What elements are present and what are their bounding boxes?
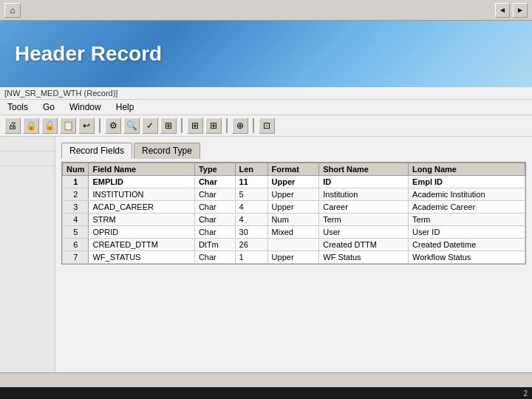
- table-row[interactable]: 4STRMChar4NumTermTerm: [63, 214, 525, 226]
- sidebar-item-2: [0, 151, 55, 166]
- content-area: Record Fields Record Type Num Field Name…: [0, 137, 532, 372]
- home-button[interactable]: ⌂: [4, 3, 21, 18]
- cell-1-5: Institution: [319, 188, 409, 201]
- cell-4-4: Mixed: [267, 226, 319, 239]
- cell-0-4: Upper: [267, 176, 319, 188]
- tab-record-fields[interactable]: Record Fields: [61, 143, 132, 159]
- toolbar-separator-4: [253, 118, 254, 133]
- cell-3-6: Term: [409, 214, 525, 226]
- cell-4-2: Char: [194, 226, 235, 239]
- cell-6-5: WF Status: [319, 251, 409, 264]
- menu-window[interactable]: Window: [66, 101, 104, 113]
- cell-6-3: 1: [235, 251, 267, 264]
- toolbar-btn-10[interactable]: ⊞: [187, 117, 203, 134]
- toolbar-btn-7[interactable]: 🔍: [123, 117, 140, 134]
- col-field-name: Field Name: [89, 163, 194, 176]
- title-bar-left: ⌂: [4, 3, 21, 18]
- cell-5-4: [267, 239, 319, 251]
- cell-5-0: 6: [63, 239, 89, 251]
- cell-1-6: Academic Institution: [409, 188, 525, 201]
- cell-6-1: WF_STATUS: [89, 251, 194, 264]
- cell-2-3: 4: [235, 201, 267, 214]
- table-row[interactable]: 2INSTITUTIONChar5UpperInstitutionAcademi…: [63, 188, 525, 201]
- header-banner: Header Record: [0, 21, 532, 87]
- prev-button[interactable]: ◄: [495, 3, 510, 18]
- col-num: Num: [63, 163, 89, 176]
- cell-4-6: User ID: [409, 226, 525, 239]
- cell-2-1: ACAD_CAREER: [89, 201, 194, 214]
- table-container: Num Field Name Type Len Format Short Nam…: [61, 162, 526, 265]
- menu-help[interactable]: Help: [113, 101, 137, 113]
- cell-6-2: Char: [194, 251, 235, 264]
- table-row[interactable]: 7WF_STATUSChar1UpperWF StatusWorkflow St…: [63, 251, 525, 264]
- toolbar-btn-6[interactable]: ⚙: [105, 117, 121, 134]
- cell-4-3: 30: [235, 226, 267, 239]
- table-row[interactable]: 5OPRIDChar30MixedUserUser ID: [63, 226, 525, 239]
- main-content: Record Fields Record Type Num Field Name…: [55, 137, 532, 372]
- cell-4-1: OPRID: [89, 226, 194, 239]
- toolbar-separator-3: [226, 118, 228, 133]
- cell-0-2: Char: [194, 176, 235, 188]
- cell-3-5: Term: [319, 214, 409, 226]
- menu-bar: Tools Go Window Help: [0, 100, 532, 115]
- cell-0-0: 1: [63, 176, 89, 188]
- cell-5-2: DtTm: [194, 239, 235, 251]
- menu-go[interactable]: Go: [40, 101, 58, 113]
- cell-1-4: Upper: [267, 188, 319, 201]
- toolbar-btn-5[interactable]: ↩: [78, 117, 95, 134]
- toolbar-separator-2: [181, 118, 183, 133]
- cell-2-6: Academic Career: [409, 201, 525, 214]
- cell-1-0: 2: [63, 188, 89, 201]
- toolbar-btn-4[interactable]: 📋: [60, 117, 76, 134]
- col-format: Format: [267, 163, 319, 176]
- cell-5-5: Created DTTM: [319, 239, 409, 251]
- toolbar-btn-3[interactable]: 🔓: [41, 117, 58, 134]
- cell-3-0: 4: [63, 214, 89, 226]
- cell-1-1: INSTITUTION: [89, 188, 194, 201]
- tab-bar: Record Fields Record Type: [61, 143, 526, 159]
- toolbar-btn-8[interactable]: ✓: [142, 117, 158, 134]
- table-row[interactable]: 6CREATED_DTTMDtTm26Created DTTMCreated D…: [63, 239, 525, 251]
- cell-5-6: Created Datetime: [409, 239, 525, 251]
- table-row[interactable]: 1EMPLIDChar11UpperIDEmpl ID: [63, 176, 525, 188]
- cell-2-4: Upper: [267, 201, 319, 214]
- cell-0-5: ID: [319, 176, 409, 188]
- cell-4-5: User: [319, 226, 409, 239]
- bottom-bar: 2: [0, 387, 532, 399]
- col-len: Len: [235, 163, 267, 176]
- cell-0-1: EMPLID: [89, 176, 194, 188]
- cell-3-3: 4: [235, 214, 267, 226]
- toolbar-btn-1[interactable]: 🖨: [4, 117, 21, 134]
- cell-2-0: 3: [63, 201, 89, 214]
- record-fields-table: Num Field Name Type Len Format Short Nam…: [62, 163, 525, 264]
- cell-3-2: Char: [194, 214, 235, 226]
- left-sidebar: [0, 137, 55, 372]
- cell-2-5: Career: [319, 201, 409, 214]
- title-bar: ⌂ ◄ ►: [0, 0, 532, 21]
- cell-4-0: 5: [63, 226, 89, 239]
- col-type: Type: [194, 163, 235, 176]
- cell-5-1: CREATED_DTTM: [89, 239, 194, 251]
- toolbar: 🖨 🔒 🔓 📋 ↩ ⚙ 🔍 ✓ ⊞ ⊞ ⊞ ⊕ ⊡: [0, 115, 532, 137]
- page-title: Header Record: [15, 42, 162, 66]
- table-row[interactable]: 3ACAD_CAREERChar4UpperCareerAcademic Car…: [63, 201, 525, 214]
- cell-3-4: Num: [267, 214, 319, 226]
- menu-tools[interactable]: Tools: [4, 101, 31, 113]
- toolbar-btn-2[interactable]: 🔒: [23, 117, 39, 134]
- cell-1-2: Char: [194, 188, 235, 201]
- page-number: 2: [523, 389, 528, 398]
- toolbar-btn-11[interactable]: ⊞: [205, 117, 222, 134]
- toolbar-btn-9[interactable]: ⊞: [160, 117, 177, 134]
- status-bar: [0, 372, 532, 387]
- title-bar-right: ◄ ►: [495, 3, 528, 18]
- sidebar-item-1: [0, 137, 55, 151]
- toolbar-btn-12[interactable]: ⊕: [232, 117, 248, 134]
- toolbar-btn-13[interactable]: ⊡: [259, 117, 275, 134]
- cell-3-1: STRM: [89, 214, 194, 226]
- cell-6-0: 7: [63, 251, 89, 264]
- cell-5-3: 26: [235, 239, 267, 251]
- cell-6-6: Workflow Status: [409, 251, 525, 264]
- next-button[interactable]: ►: [513, 3, 528, 18]
- tab-record-type[interactable]: Record Type: [134, 143, 200, 159]
- cell-0-6: Empl ID: [409, 176, 525, 188]
